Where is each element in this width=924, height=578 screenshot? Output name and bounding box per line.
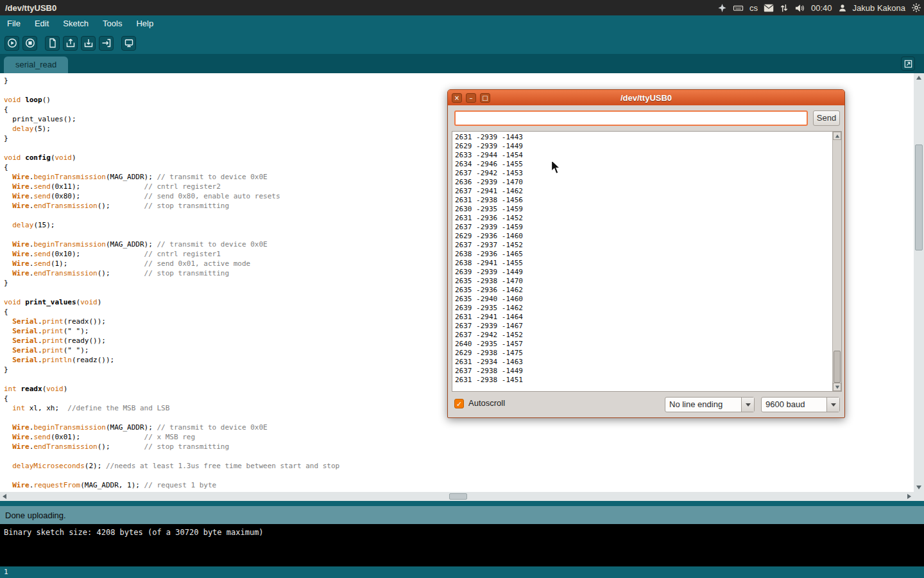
panel-indicators: cs 00:40 Jakub Kakona [717, 0, 921, 15]
chevron-down-icon[interactable] [826, 398, 839, 412]
mail-icon[interactable] [764, 4, 774, 12]
serial-line: 2633 -2944 -1454 [455, 151, 832, 160]
scroll-left-icon[interactable] [3, 494, 6, 499]
verify-button[interactable] [4, 36, 19, 51]
keyboard-icon[interactable] [733, 3, 744, 13]
menu-bar: FileEditSketchToolsHelp [0, 15, 924, 32]
code-line: } [4, 76, 914, 85]
autoscroll-label[interactable]: Autoscroll [468, 398, 505, 408]
serial-monitor-button[interactable] [121, 36, 136, 51]
scroll-down-icon[interactable] [916, 486, 921, 489]
serial-scroll-thumb[interactable] [834, 351, 841, 383]
menu-item-file[interactable]: File [0, 15, 28, 32]
serial-monitor-titlebar[interactable]: × – □ /dev/ttyUSB0 [448, 90, 844, 105]
console-line: Binary sketch size: 4208 bytes (of a 307… [4, 528, 924, 537]
serial-monitor-body: Send 2631 -2939 -14432629 -2939 -1449263… [448, 105, 844, 417]
serial-scroll-up-icon[interactable] [833, 132, 841, 140]
tab-serial-read[interactable]: serial_read [4, 57, 68, 73]
serial-line: 2638 -2941 -1455 [455, 259, 832, 268]
line-number-strip: 1 [0, 566, 924, 578]
menu-item-help[interactable]: Help [129, 15, 160, 32]
editor-horizontal-scrollbar[interactable] [0, 492, 914, 501]
serial-line: 2637 -2939 -1467 [455, 322, 832, 331]
serial-line: 2629 -2939 -1449 [455, 142, 832, 151]
serial-line: 2631 -2938 -1456 [455, 196, 832, 205]
serial-line: 2629 -2938 -1475 [455, 349, 832, 358]
line-ending-select[interactable]: No line ending [665, 397, 755, 412]
serial-line: 2635 -2940 -1460 [455, 295, 832, 304]
serial-monitor-controls: ✓ Autoscroll No line ending 9600 baud [448, 396, 844, 415]
gear-icon[interactable] [911, 3, 921, 13]
editor-vertical-scrollbar[interactable] [914, 73, 924, 492]
minimize-button[interactable]: – [466, 93, 476, 103]
clock-label[interactable]: 00:40 [811, 3, 832, 13]
serial-scroll-down-icon[interactable] [833, 383, 841, 391]
serial-line: 2631 -2938 -1451 [455, 376, 832, 385]
code-line [4, 471, 914, 480]
serial-line: 2637 -2938 -1449 [455, 367, 832, 376]
scrollbar-corner [914, 492, 924, 501]
serial-line: 2634 -2946 -1455 [455, 160, 832, 169]
serial-line: 2629 -2936 -1460 [455, 232, 832, 241]
serial-output: 2631 -2939 -14432629 -2939 -14492633 -29… [452, 132, 832, 391]
scroll-up-icon[interactable] [916, 76, 921, 80]
serial-line: 2637 -2942 -1453 [455, 169, 832, 178]
panel-window-title: /dev/ttyUSB0 [5, 3, 56, 13]
stop-button[interactable] [22, 36, 37, 51]
volume-icon[interactable] [794, 3, 805, 13]
user-menu-label[interactable]: Jakub Kakona [853, 3, 905, 13]
tab-bar: serial_read [0, 54, 924, 73]
editor-vscroll-thumb[interactable] [915, 144, 923, 250]
tab-menu-button[interactable] [901, 57, 915, 71]
serial-line: 2631 -2934 -1463 [455, 358, 832, 367]
menu-item-edit[interactable]: Edit [28, 15, 56, 32]
chevron-down-icon[interactable] [741, 398, 754, 412]
close-button[interactable]: × [452, 93, 462, 103]
new-sketch-button[interactable] [45, 36, 60, 51]
code-line: Wire.send(0x01); // x MSB reg [4, 432, 914, 442]
editor-hscroll-thumb[interactable] [449, 493, 467, 500]
serial-line: 2637 -2941 -1462 [455, 187, 832, 196]
serial-send-input[interactable] [454, 110, 808, 126]
serial-line: 2637 -2937 -1452 [455, 241, 832, 250]
menu-item-tools[interactable]: Tools [96, 15, 129, 32]
serial-line: 2631 -2936 -1452 [455, 214, 832, 223]
keyboard-layout-label[interactable]: cs [749, 3, 758, 13]
network-sync-icon[interactable] [780, 3, 789, 13]
serial-line: 2636 -2939 -1470 [455, 178, 832, 187]
serial-line: 2637 -2939 -1459 [455, 223, 832, 232]
serial-line: 2631 -2941 -1464 [455, 313, 832, 322]
user-icon [838, 3, 847, 13]
code-line [4, 451, 914, 461]
indicator-icon[interactable] [717, 3, 727, 13]
serial-line: 2631 -2939 -1443 [455, 133, 832, 142]
screen: /dev/ttyUSB0 cs 00:40 Jakub Kakona [0, 0, 924, 578]
chrome-strip [0, 501, 924, 506]
serial-line: 2639 -2935 -1462 [455, 304, 832, 313]
maximize-button[interactable]: □ [480, 93, 490, 103]
open-sketch-button[interactable] [63, 36, 78, 51]
serial-monitor-title: /dev/ttyUSB0 [448, 93, 844, 103]
serial-line: 2638 -2936 -1465 [455, 250, 832, 259]
serial-line: 2639 -2939 -1449 [455, 268, 832, 277]
line-number: 1 [4, 568, 8, 576]
autoscroll-checkbox[interactable]: ✓ [454, 399, 464, 408]
send-button[interactable]: Send [813, 110, 840, 126]
upload-button[interactable] [99, 36, 114, 51]
serial-output-area[interactable]: 2631 -2939 -14432629 -2939 -14492633 -29… [452, 131, 842, 392]
console-output: Binary sketch size: 4208 bytes (of a 307… [0, 524, 924, 566]
serial-line: 2640 -2935 -1457 [455, 340, 832, 349]
mouse-cursor [551, 159, 562, 179]
baud-select[interactable]: 9600 baud [761, 397, 840, 412]
status-bar: Done uploading. [0, 506, 924, 524]
serial-line: 2630 -2935 -1459 [455, 205, 832, 214]
save-sketch-button[interactable] [81, 36, 96, 51]
menu-item-sketch[interactable]: Sketch [56, 15, 96, 32]
serial-monitor-window: × – □ /dev/ttyUSB0 Send 2631 -2939 -1443… [447, 89, 845, 418]
code-line: Wire.requestFrom(MAG_ADDR, 1); // reques… [4, 480, 914, 490]
status-message: Done uploading. [5, 511, 66, 520]
serial-line: 2635 -2936 -1462 [455, 286, 832, 295]
scroll-right-icon[interactable] [907, 494, 911, 499]
code-line: delayMicroseconds(2); //needs at least 1… [4, 461, 914, 471]
serial-output-scrollbar[interactable] [832, 132, 841, 391]
